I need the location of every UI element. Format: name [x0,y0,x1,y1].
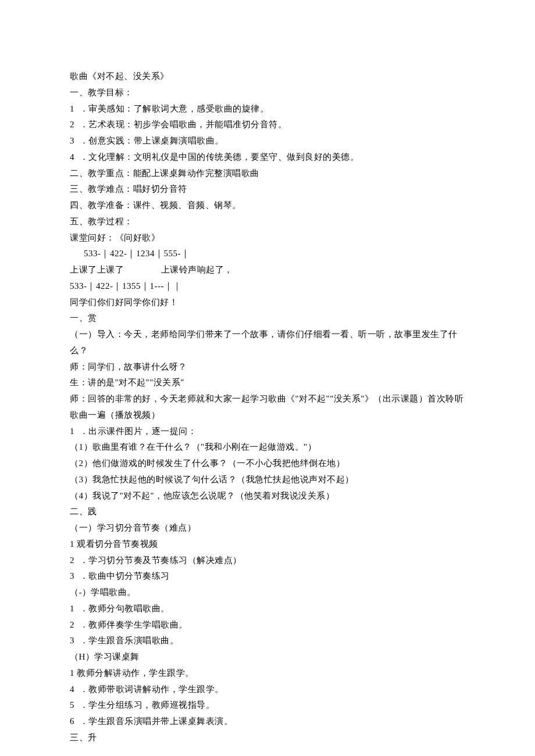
text-line: （3）我急忙扶起他的时候说了句什么话？（我急忙扶起他说声对不起） [70,472,465,488]
text-line: 师：回答的非常的好，今天老师就和大家一起学习歌曲《"对不起""没关系"》（出示课… [70,391,465,424]
text-line: 上课了上课了 上课铃声响起了， [70,262,465,278]
document-page: 歌曲《对不起、没关系》一、教学目标：1 ．审美感知：了解歌词大意，感受歌曲的旋律… [0,0,535,756]
text-line: （一）导入：今天，老师给同学们带来了一个故事，请你们仔细看一看、听一听，故事里发… [70,327,465,359]
text-line: 1 ．教师分句教唱歌曲。 [70,601,465,617]
text-line: 二、践 [70,504,465,520]
text-line: （2）他们做游戏的时候发生了什么事？（一不小心我把他绊倒在地） [70,456,465,472]
text-line: （H）学习课桌舞 [70,649,465,665]
text-line: 4 ．教师带歌词讲解动作，学生跟学。 [70,682,465,698]
text-line: 师：同学们，故事讲什么呀？ [70,359,465,375]
text-line: 课堂问好：《问好歌》 [70,230,465,246]
text-line: 3 ．学生跟音乐演唱歌曲。 [70,633,465,649]
text-line: 生：讲的是"对不起""没关系" [70,375,465,391]
text-line: 1 教师分解讲动作，学生跟学。 [70,665,465,682]
text-line: 3 ．歌曲中切分节奏练习 [70,568,465,585]
text-line: 2 ．教师伴奏学生学唱歌曲。 [70,617,465,633]
text-line: 歌曲《对不起、没关系》 [70,69,465,85]
text-line: 1 观看切分音节奏视频 [70,536,465,553]
text-line: 一、赏 [70,310,465,327]
text-line: 二、教学重点：能配上课桌舞动作完整演唱歌曲 [70,166,465,182]
text-line: （4）我说了"对不起"，他应该怎么说呢？（他笑着对我说没关系） [70,488,465,504]
text-line: 5 ．学生分组练习，教师巡视指导。 [70,697,465,714]
text-line: 三、教学难点：唱好切分音符 [70,181,465,198]
text-line: 1 ．出示课件图片，逐一提问： [70,424,465,440]
text-line: 3 ．创意实践：带上课桌舞演唱歌曲。 [70,133,465,149]
text-line: 533-｜422-｜1355｜1---｜｜ [70,278,465,295]
text-line: （1）歌曲里有谁？在干什么？（"我和小刚在一起做游戏。"） [70,439,465,456]
text-line: 四、教学准备：课件、视频、音频、钢琴。 [70,198,465,214]
text-line: 2 ．艺术表现：初步学会唱歌曲，并能唱准切分音符。 [70,117,465,133]
text-line: 一、教学目标： [70,85,465,101]
text-line: 4 ．文化理解：文明礼仪是中国的传统美德，要坚守、做到良好的美德。 [70,149,465,166]
text-line: 1 ．审美感知：了解歌词大意，感受歌曲的旋律。 [70,101,465,117]
text-line: 2 ．学习切分节奏及节奏练习（解决难点） [70,553,465,569]
text-line: 6 ．学生跟音乐演唱并带上课桌舞表演。 [70,714,465,730]
document-body: 歌曲《对不起、没关系》一、教学目标：1 ．审美感知：了解歌词大意，感受歌曲的旋律… [70,69,465,746]
text-line: 三、升 [70,730,465,746]
text-line: 五、教学过程： [70,214,465,230]
text-line: （-）学唱歌曲。 [70,585,465,601]
text-line: 同学们你们好同学你们好！ [70,295,465,311]
text-line: 533-｜422-｜1234｜555-｜ [70,246,465,262]
text-line: （一）学习切分音节奏（难点） [70,520,465,536]
